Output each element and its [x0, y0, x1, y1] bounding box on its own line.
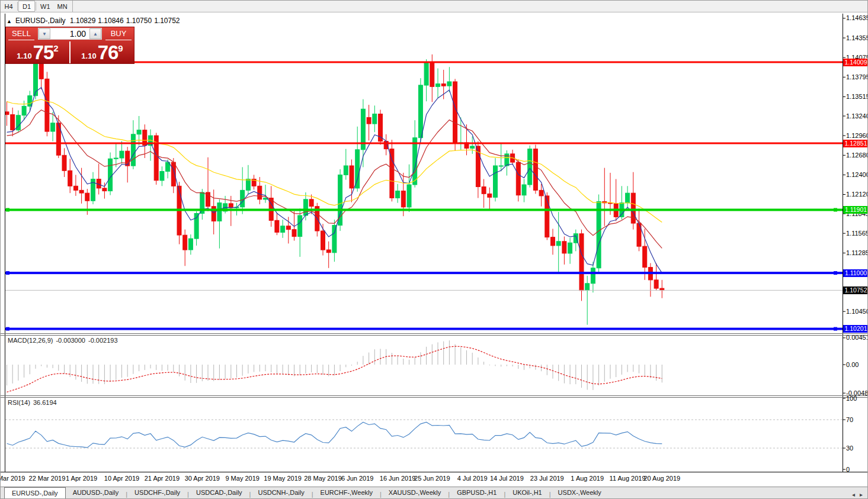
- plot-left-border: [5, 14, 5, 472]
- date-axis-label: 22 Mar 2019: [29, 475, 66, 482]
- price-level-badge: 1.14009: [843, 59, 868, 66]
- price-axis-tick: 1.14635: [846, 14, 868, 22]
- date-axis[interactable]: 13 Mar 201922 Mar 20191 Apr 201910 Apr 2…: [1, 472, 868, 487]
- tab-scroll-left-icon[interactable]: ◂: [852, 491, 855, 498]
- volume-spinner: ▼ 1.00 ▲: [38, 28, 102, 40]
- tab-scroll-right-icon[interactable]: ▸: [860, 491, 863, 498]
- price-axis-tick: 1.13515: [846, 93, 868, 101]
- date-axis-label: 4 Jul 2019: [457, 475, 488, 482]
- price-axis-tick: 1.14355: [846, 34, 868, 42]
- price-level-badge: 1.11901: [843, 206, 868, 214]
- buy-button[interactable]: BUY: [103, 27, 134, 40]
- rsi-axis-tick: 30: [846, 445, 853, 452]
- chart-title: ▲EURUSD-,Daily 1.108291.108461.107501.10…: [7, 17, 182, 25]
- macd-main-value: -0.003000: [56, 337, 85, 344]
- date-axis-label: 13 Mar 2019: [0, 475, 25, 482]
- timeframe-button-w1[interactable]: W1: [37, 1, 54, 12]
- hline-1.12851: [5, 143, 843, 144]
- buy-price[interactable]: 1.10 76 9: [71, 40, 134, 65]
- symbol-tab-usdx-weekly[interactable]: USDX-,Weekly: [551, 487, 608, 499]
- date-axis-label: 23 Jul 2019: [530, 475, 564, 482]
- macd-axis-tick: 0.00: [846, 361, 859, 369]
- date-axis-label: 6 Jun 2019: [341, 475, 373, 482]
- macd-axis-tick: 0.004517: [846, 334, 868, 342]
- price-level-badge: 1.11000: [843, 269, 868, 277]
- rsi-axis-tick: 70: [846, 416, 853, 424]
- sell-price-main: 75: [33, 41, 54, 64]
- rsi-axis-tick: 100: [846, 395, 857, 403]
- buy-price-pip: 9: [118, 43, 123, 53]
- volume-decrease-icon[interactable]: ▼: [39, 28, 50, 39]
- buy-price-handle: 1.10: [81, 51, 96, 60]
- macd-signal-value: -0.002193: [88, 337, 118, 344]
- sell-price-pip: 2: [53, 43, 58, 53]
- timeframe-button-d1[interactable]: D1: [18, 1, 35, 12]
- price-axis-tick: 1.12680: [846, 152, 868, 159]
- ma-slow-line: [7, 99, 662, 222]
- symbol-tab-ukoil-h1[interactable]: UKOil-,H1: [505, 487, 549, 499]
- pane-splitter[interactable]: [1, 397, 868, 398]
- pane-splitter[interactable]: [1, 335, 868, 336]
- ohlc-open: 1.10829: [70, 17, 95, 25]
- sell-price-handle: 1.10: [17, 51, 31, 60]
- hline-1.11901: [5, 209, 843, 211]
- sell-button[interactable]: SELL: [6, 27, 37, 40]
- price-axis-tick: 1.13795: [846, 73, 868, 81]
- collapse-panel-icon[interactable]: ▲: [7, 18, 12, 24]
- ohlc-close: 1.10752: [154, 17, 180, 25]
- pane-splitter[interactable]: [1, 333, 868, 334]
- chart-canvas[interactable]: [1, 12, 868, 499]
- price-axis-border: [843, 14, 843, 472]
- symbol-tab-eurchf-weekly[interactable]: EURCHF-,Weekly: [313, 487, 380, 499]
- rsi-name: RSI(14): [8, 399, 30, 406]
- timeframe-button-mn[interactable]: MN: [54, 1, 71, 12]
- date-axis-label: 28 May 2019: [304, 475, 342, 482]
- price-axis-tick: 1.13240: [846, 112, 868, 120]
- rsi-line: [7, 422, 662, 448]
- date-axis-label: 19 May 2019: [264, 475, 302, 482]
- price-axis-tick: 1.12960: [846, 132, 868, 140]
- symbol-tab-eurusd-daily[interactable]: EURUSD-,Daily: [4, 487, 66, 499]
- ohlc-low: 1.10750: [126, 17, 152, 25]
- price-axis-tick: 1.11285: [846, 249, 868, 257]
- ohlc-high: 1.10846: [98, 17, 123, 25]
- symbol-tab-usdcnh-daily[interactable]: USDCNH-,Daily: [251, 487, 311, 499]
- tab-nav: ◂▸: [846, 490, 868, 499]
- date-axis-label: 21 Apr 2019: [145, 475, 180, 482]
- date-axis-label: 20 Aug 2019: [643, 475, 680, 482]
- date-axis-label: 11 Aug 2019: [610, 475, 646, 482]
- date-axis-label: 14 Jul 2019: [490, 475, 524, 482]
- price-axis-tick: 1.10450: [846, 308, 868, 316]
- price-level-badge: 1.12851: [843, 140, 868, 147]
- timeframe-toolbar: H4D1W1MN: [1, 1, 868, 12]
- date-axis-label: 1 Apr 2019: [66, 475, 97, 482]
- hline-1.10201: [5, 328, 843, 330]
- date-axis-label: 16 Jun 2019: [380, 475, 416, 482]
- toolbar-separator: [17, 2, 18, 11]
- rsi-value: 36.6194: [33, 399, 57, 406]
- price-axis-tick: 1.12400: [846, 171, 868, 179]
- symbol-tab-xauusd-weekly[interactable]: XAUUSD-,Weekly: [382, 487, 448, 499]
- price-axis-tick: 1.11565: [846, 230, 868, 237]
- volume-input[interactable]: 1.00: [50, 28, 89, 39]
- date-axis-label: 25 Jun 2019: [414, 475, 450, 482]
- toolbar-separator: [72, 1, 73, 12]
- buy-price-main: 76: [98, 41, 118, 64]
- symbol-tab-usdcad-daily[interactable]: USDCAD-,Daily: [189, 487, 249, 499]
- symbol-tab-usdchf-daily[interactable]: USDCHF-,Daily: [127, 487, 187, 499]
- volume-increase-icon[interactable]: ▲: [89, 28, 101, 39]
- date-axis-label: 9 May 2019: [225, 475, 259, 482]
- pane-splitter[interactable]: [1, 395, 868, 396]
- toolbar-separator: [36, 2, 36, 11]
- macd-name: MACD(12,26,9): [8, 337, 53, 344]
- price-axis-tick: 1.12120: [846, 191, 868, 198]
- sell-price[interactable]: 1.10 75 2: [6, 40, 69, 65]
- rsi-indicator-label: RSI(14)36.6194: [8, 399, 60, 406]
- symbol-tab-audusd-daily[interactable]: AUDUSD-,Daily: [66, 487, 126, 499]
- timeframe-button-h4[interactable]: H4: [1, 1, 17, 12]
- chart-tab-bar: EURUSD-,DailyAUDUSD-,Daily|USDCHF-,Daily…: [1, 487, 868, 499]
- symbol-tab-gbpusd-h1[interactable]: GBPUSD-,H1: [450, 487, 504, 499]
- chart-window: ▲EURUSD-,Daily 1.108291.108461.107501.10…: [1, 12, 868, 499]
- price-level-badge: 1.10201: [843, 325, 868, 333]
- current-price-badge: 1.10752: [843, 286, 868, 294]
